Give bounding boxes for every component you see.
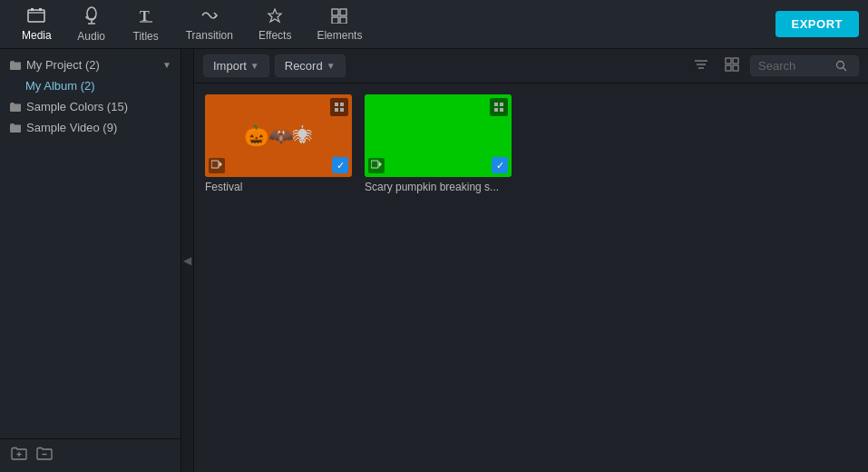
folder-icon bbox=[9, 60, 22, 71]
toolbar-titles[interactable]: T Titles bbox=[119, 3, 173, 46]
festival-check: ✓ bbox=[332, 157, 348, 173]
filter-button[interactable] bbox=[688, 54, 714, 78]
corner-grid-icon-scary bbox=[490, 98, 508, 116]
main-layout: My Project (2) ▼ My Album (2) Sample Col… bbox=[0, 49, 868, 472]
svg-rect-32 bbox=[500, 103, 503, 106]
export-button[interactable]: EXPORT bbox=[775, 11, 859, 37]
sidebar-collapse-handle[interactable]: ◀ bbox=[181, 49, 194, 472]
top-toolbar: Media Audio T Titles Transi bbox=[0, 0, 868, 49]
svg-rect-26 bbox=[340, 103, 344, 106]
transition-icon bbox=[200, 7, 219, 26]
search-input[interactable] bbox=[758, 59, 831, 73]
effects-icon bbox=[266, 7, 284, 26]
search-icon bbox=[835, 60, 847, 72]
toolbar-transition-label: Transition bbox=[186, 29, 233, 42]
halloween-icons: 🎃🦇🕷 bbox=[244, 124, 313, 148]
svg-rect-12 bbox=[340, 17, 346, 24]
svg-rect-25 bbox=[335, 103, 338, 106]
svg-rect-34 bbox=[500, 108, 503, 112]
festival-label: Festival bbox=[205, 181, 242, 193]
svg-marker-30 bbox=[219, 162, 222, 167]
media-icon bbox=[27, 7, 45, 26]
toolbar-transition[interactable]: Transition bbox=[173, 4, 246, 45]
svg-rect-11 bbox=[332, 17, 338, 24]
sidebar-item-my-album[interactable]: My Album (2) bbox=[0, 75, 180, 96]
audio-icon bbox=[83, 6, 100, 27]
svg-rect-1 bbox=[31, 8, 34, 11]
toolbar-media[interactable]: Media bbox=[9, 4, 64, 45]
toolbar-titles-label: Titles bbox=[133, 30, 159, 43]
svg-rect-28 bbox=[340, 108, 344, 112]
svg-line-24 bbox=[844, 68, 847, 72]
svg-rect-9 bbox=[332, 9, 338, 15]
svg-marker-36 bbox=[379, 162, 382, 167]
titles-icon: T bbox=[138, 6, 154, 27]
svg-rect-19 bbox=[726, 58, 731, 64]
scary-pumpkin-label: Scary pumpkin breaking s... bbox=[365, 181, 499, 193]
svg-rect-31 bbox=[494, 103, 498, 106]
new-folder-icon[interactable] bbox=[11, 447, 27, 465]
media-item-scary-pumpkin[interactable]: ✓ Scary pumpkin breaking s... bbox=[365, 94, 512, 193]
sidebar-item-my-project[interactable]: My Project (2) ▼ bbox=[0, 54, 180, 75]
svg-rect-21 bbox=[726, 65, 731, 71]
svg-rect-10 bbox=[340, 9, 346, 15]
folder-icon-video bbox=[9, 123, 22, 133]
toolbar-elements-label: Elements bbox=[317, 29, 362, 42]
folder-icon-colors bbox=[9, 102, 22, 113]
sidebar-item-sample-colors[interactable]: Sample Colors (15) bbox=[0, 96, 180, 117]
record-chevron-icon: ▼ bbox=[327, 61, 336, 71]
scary-check: ✓ bbox=[492, 157, 508, 173]
record-button[interactable]: Record ▼ bbox=[275, 54, 346, 77]
sidebar-footer bbox=[0, 438, 180, 472]
delete-folder-icon[interactable] bbox=[36, 447, 53, 465]
import-button[interactable]: Import ▼ bbox=[203, 54, 269, 77]
search-box bbox=[750, 55, 859, 76]
svg-rect-0 bbox=[28, 10, 44, 22]
media-grid: 🎃🦇🕷 bbox=[194, 84, 868, 472]
content-area: Import ▼ Record ▼ bbox=[194, 49, 868, 472]
video-type-icon bbox=[209, 158, 225, 173]
sidebar-item-my-project-label: My Project (2) bbox=[26, 58, 100, 72]
import-label: Import bbox=[213, 59, 247, 73]
toolbar-media-label: Media bbox=[22, 29, 52, 42]
sidebar-item-sample-video[interactable]: Sample Video (9) bbox=[0, 117, 180, 138]
svg-point-23 bbox=[837, 62, 844, 69]
content-toolbar: Import ▼ Record ▼ bbox=[194, 49, 868, 84]
video-type-icon-scary bbox=[368, 158, 385, 173]
svg-marker-8 bbox=[268, 9, 281, 22]
svg-rect-29 bbox=[211, 161, 219, 168]
media-thumb-festival: 🎃🦇🕷 bbox=[205, 94, 352, 177]
toolbar-audio[interactable]: Audio bbox=[64, 3, 119, 46]
toolbar-audio-label: Audio bbox=[77, 30, 105, 43]
sidebar-item-sample-video-label: Sample Video (9) bbox=[26, 121, 117, 134]
svg-rect-33 bbox=[494, 108, 498, 112]
media-item-festival[interactable]: 🎃🦇🕷 bbox=[205, 94, 352, 193]
elements-icon bbox=[330, 7, 348, 26]
sidebar-item-my-album-label: My Album (2) bbox=[25, 79, 95, 93]
import-chevron-icon: ▼ bbox=[250, 61, 259, 71]
svg-rect-27 bbox=[335, 108, 338, 112]
grid-view-button[interactable] bbox=[719, 54, 745, 79]
svg-rect-20 bbox=[733, 58, 738, 64]
sidebar: My Project (2) ▼ My Album (2) Sample Col… bbox=[0, 49, 181, 472]
corner-grid-icon bbox=[330, 98, 348, 116]
chevron-down-icon: ▼ bbox=[162, 60, 171, 70]
media-thumb-scary: ✓ bbox=[365, 94, 512, 177]
toolbar-elements[interactable]: Elements bbox=[304, 4, 375, 45]
sidebar-tree: My Project (2) ▼ My Album (2) Sample Col… bbox=[0, 49, 180, 438]
toolbar-effects[interactable]: Effects bbox=[246, 4, 304, 45]
sidebar-item-sample-colors-label: Sample Colors (15) bbox=[26, 100, 128, 113]
record-label: Record bbox=[285, 59, 323, 73]
svg-rect-2 bbox=[39, 8, 42, 11]
svg-rect-22 bbox=[733, 65, 738, 71]
svg-rect-35 bbox=[371, 161, 378, 168]
toolbar-effects-label: Effects bbox=[258, 29, 291, 42]
